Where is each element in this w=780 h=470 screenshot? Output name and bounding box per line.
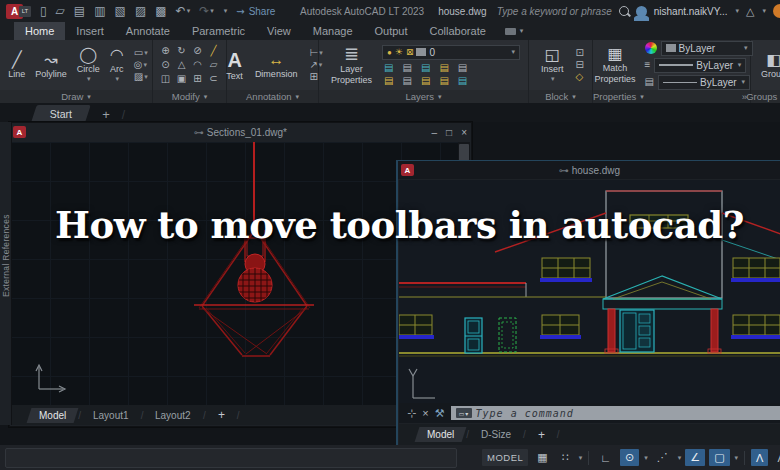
qat-customize-icon[interactable]: ▾ [224,7,228,15]
wrench-icon[interactable]: ⚒ [435,407,445,420]
sections-new-layout-button[interactable]: + [205,406,238,424]
panel-label-block[interactable]: Block▾ [529,90,592,103]
chevron-down-icon[interactable]: ▾ [551,75,555,83]
ellipse-button[interactable]: ◎▾ [134,60,148,70]
ortho-toggle[interactable]: ∟ [595,449,616,466]
chevron-down-icon[interactable]: ▾ [210,7,214,15]
house-title-bar[interactable]: A ⊶ house.dwg [398,161,780,179]
external-references-palette-tab[interactable]: External References [0,122,12,425]
close-command-icon[interactable]: × [422,407,428,419]
new-drawing-tab-button[interactable]: + [102,107,110,122]
panel-label-modify[interactable]: Modify▾ [153,90,226,103]
explode-icon[interactable]: ▱ [210,60,218,70]
chevron-down-icon[interactable]: ▾ [736,7,740,15]
edit-block-icon[interactable]: ⊟ [576,60,584,70]
avatar[interactable] [636,6,647,17]
offset-icon[interactable]: ⊂ [209,74,217,84]
line-button[interactable]: ╱ Line [4,52,29,79]
grid-toggle[interactable]: ▦ [532,449,552,466]
command-dock-icon[interactable]: ⊹ [407,407,416,420]
create-block-icon[interactable]: ⊡ [576,48,584,58]
linetype-icon[interactable]: ▤ [645,77,654,87]
polyline-button[interactable]: ↝ Polyline [31,52,71,79]
maximize-button[interactable]: □ [446,127,452,138]
export-icon[interactable]: ▨ [135,5,146,17]
scrollbar-thumb[interactable] [459,144,469,161]
undo-button[interactable]: ↶ ▾ [176,5,191,17]
layer-freeze-tool-icon[interactable]: ▤ [421,63,430,73]
layer-unisolate-tool-icon[interactable]: ▤ [402,76,411,86]
layer-current-tool-icon[interactable]: ▤ [458,76,467,86]
save-icon[interactable]: ▤ [74,5,85,17]
panel-label-annotation[interactable]: Annotation▾ [227,90,318,103]
block-attributes-icon[interactable]: ◇ [576,72,584,82]
sections-tab-layout1[interactable]: Layout1 [81,408,141,423]
recent-commands-button[interactable]: ▭▾ [456,408,472,418]
panel-label-draw[interactable]: Draw▾ [0,90,152,103]
house-tab-model[interactable]: Model [415,427,467,442]
chevron-down-icon[interactable]: ▾ [579,454,583,462]
minimize-button[interactable]: – [432,127,438,138]
help-icon[interactable] [773,4,780,18]
chevron-down-icon[interactable]: ▾ [735,454,739,462]
plot-icon[interactable]: ▧ [115,5,126,17]
lineweight-dropdown[interactable]: ByLayer ▾ [654,58,746,73]
layer-unlock-tool-icon[interactable]: ▤ [439,76,448,86]
object-snap-tracking-toggle[interactable]: ∠ [685,449,705,466]
panel-label-properties[interactable]: Properties▾» [593,90,750,103]
object-color-dropdown[interactable]: ByLayer ▾ [661,41,753,56]
snap-toggle[interactable]: ∷ [557,449,574,466]
move-icon[interactable]: ⊕ [161,46,169,56]
group-button[interactable]: ◧ Group [757,52,780,79]
tab-home[interactable]: Home [14,22,65,40]
layer-match-tool-icon[interactable]: ▤ [458,63,467,73]
chevron-down-icon[interactable]: ▾ [187,7,191,15]
layer-off-tool-icon[interactable]: ▤ [384,63,393,73]
house-tab-dsize[interactable]: D-Size [469,427,524,442]
rectangle-button[interactable]: ▭▾ [134,48,148,58]
tab-start[interactable]: Start [31,105,91,122]
polar-tracking-toggle[interactable]: ⊙ [620,449,639,466]
layer-color-swatch[interactable] [416,48,426,56]
signed-in-user[interactable]: nishant.naikVY... [654,6,728,17]
dimension-button[interactable]: ↔ Dimension [251,52,302,79]
layer-on-icon[interactable]: ● [387,48,392,57]
command-line[interactable]: ▭▾ Type a command [451,406,780,420]
ribbon-display-toggle[interactable]: ▾ [505,22,524,40]
arc-button[interactable]: ◠ Arc ▾ [106,47,128,83]
lineweight-icon[interactable]: ≡ [645,60,651,70]
new-file-icon[interactable]: ▯ [40,5,47,17]
pin-icon[interactable]: ⊶ [194,127,204,138]
insert-button[interactable]: ◱ Insert ▾ [537,47,568,83]
chevron-down-icon[interactable]: ▾ [678,454,682,462]
chevron-down-icon[interactable]: ▾ [512,48,516,56]
chevron-down-icon[interactable]: ▾ [644,454,648,462]
chevron-down-icon[interactable]: ▾ [116,75,120,83]
print-icon[interactable]: ▩ [155,5,166,17]
layer-unlock-icon[interactable]: ⊠ [406,47,414,57]
mirror-icon[interactable]: △ [178,60,186,70]
hatch-button[interactable]: ▨▾ [134,72,148,82]
search-input[interactable]: Type a keyword or phrase [497,6,612,17]
layer-on-all-tool-icon[interactable]: ▤ [384,76,393,86]
fillet-icon[interactable]: ◠ [193,60,202,70]
object-snap-toggle[interactable]: ▢ [709,449,729,466]
redo-button[interactable]: ↷ ▾ [199,5,214,17]
panel-label-groups[interactable]: Groups▾ [751,90,780,103]
sections-tab-model[interactable]: Model [27,408,79,423]
rotate-icon[interactable]: ↻ [177,46,185,56]
house-new-layout-button[interactable]: + [525,426,558,444]
chevron-down-icon[interactable]: ▾ [762,7,766,15]
layer-dropdown[interactable]: ● ☀ ⊠ 0 ▾ [382,45,520,60]
isodraft-toggle[interactable]: ⋰ [652,449,673,466]
autoscale-toggle[interactable]: Λ [772,449,780,466]
tab-insert[interactable]: Insert [65,22,115,40]
sections-tab-layout2[interactable]: Layout2 [143,408,203,423]
copy-icon[interactable]: ⊙ [161,60,169,70]
erase-icon[interactable]: ╱ [210,46,216,56]
layer-thaw-all-tool-icon[interactable]: ▤ [421,76,430,86]
layer-properties-button[interactable]: ≣ Layer Properties [327,45,376,85]
annotation-visibility-toggle[interactable]: Λ [751,449,768,466]
layer-lock-tool-icon[interactable]: ▤ [439,63,448,73]
saveas-icon[interactable]: ▥ [94,5,105,17]
